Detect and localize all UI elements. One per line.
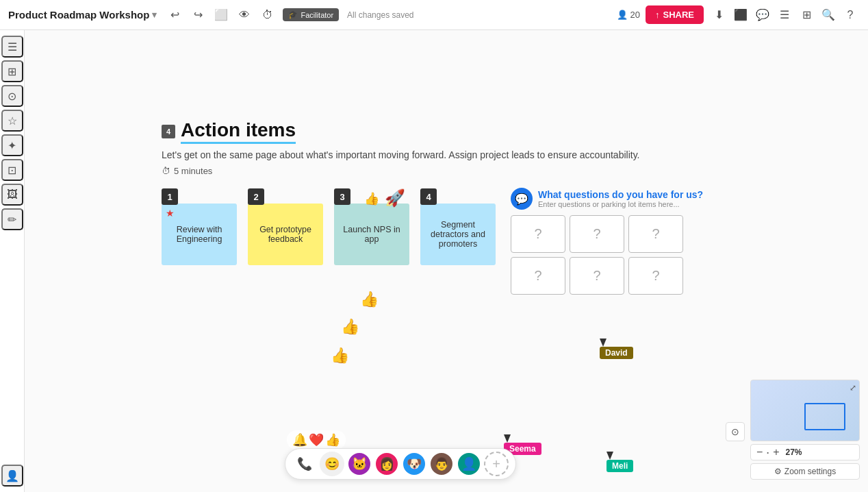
- sidebar-user-icon[interactable]: 👤: [1, 465, 23, 487]
- sidebar-grid-icon[interactable]: ⊡: [1, 159, 23, 181]
- comments-button[interactable]: 💬: [753, 5, 772, 25]
- search-button[interactable]: 🔍: [819, 5, 838, 25]
- zoom-controls: − • + 27%: [750, 444, 860, 460]
- minimap-expand-button[interactable]: ⤢: [850, 383, 856, 393]
- avatar-2[interactable]: 👩: [374, 452, 399, 476]
- card-2[interactable]: Get prototype feedback: [248, 204, 323, 265]
- sidebar-image-icon[interactable]: 🖼: [1, 184, 23, 206]
- qa-header: 💬 What questions do you have for us? Ent…: [511, 188, 703, 210]
- gear-icon: ⚙: [774, 467, 782, 476]
- card-num-4: 4: [420, 188, 437, 205]
- zoom-in-button[interactable]: +: [771, 447, 780, 458]
- avatar-1[interactable]: 🐱: [347, 452, 372, 476]
- section-header: 4 Action items: [162, 119, 639, 144]
- qa-subtitle: Enter questions or parking lot items her…: [538, 200, 703, 208]
- rocket-icon: 🚀: [385, 188, 405, 208]
- qa-title: What questions do you have for us?: [538, 189, 703, 200]
- share-icon: ↑: [655, 10, 660, 20]
- topbar-tools: ↩ ↪ ⬜ 👁 ⏱: [165, 5, 277, 25]
- sidebar-templates-icon[interactable]: ✦: [1, 134, 23, 156]
- section-description: Let's get on the same page about what's …: [162, 149, 639, 160]
- avatar-3[interactable]: 🐶: [402, 452, 426, 476]
- timer-value: 5 minutes: [174, 166, 212, 176]
- facilitator-icon: 🎓: [288, 10, 298, 19]
- frame-button[interactable]: ⬜: [212, 5, 231, 25]
- minimap-viewport: [804, 403, 845, 430]
- reset-view-button[interactable]: ⊙: [726, 422, 745, 441]
- thumbsup-reaction[interactable]: 👍: [325, 432, 340, 447]
- bottom-toolbar: 📞 😊 🐱 👩 🐶 👨 👤 +: [285, 448, 516, 480]
- share-button[interactable]: ↑ SHARE: [646, 5, 704, 24]
- cursor-label-meli: Meli: [607, 460, 633, 472]
- zoom-settings-button[interactable]: ⚙ Zoom settings: [750, 463, 860, 480]
- thumbsup-float-3: 👍: [331, 347, 349, 365]
- thumbsup-on-card: 👍: [364, 191, 379, 206]
- grid-button[interactable]: ⊞: [797, 5, 816, 25]
- facilitator-label: Facilitator: [301, 11, 333, 19]
- document-title[interactable]: Product Roadmap Workshop ▾: [8, 9, 157, 21]
- timer-icon: ⏱: [162, 166, 170, 176]
- bell-reaction[interactable]: 🔔: [292, 432, 307, 447]
- zoom-level-label: 27%: [784, 447, 804, 457]
- download-button[interactable]: ⬇: [709, 5, 728, 25]
- avatar-5[interactable]: 👤: [457, 452, 481, 476]
- card-star-icon: ★: [166, 208, 175, 219]
- timer-row: ⏱ 5 minutes: [162, 166, 639, 176]
- topbar: Product Roadmap Workshop ▾ ↩ ↪ ⬜ 👁 ⏱ 🎓 F…: [0, 0, 868, 30]
- redo-button[interactable]: ↪: [188, 5, 207, 25]
- qa-cell-4[interactable]: ?: [511, 257, 565, 295]
- card-num-1: 1: [162, 188, 178, 205]
- heart-reaction[interactable]: ❤️: [309, 432, 324, 447]
- card-col-2: 2 Get prototype feedback: [248, 188, 323, 265]
- avatar-1-icon: 🐱: [352, 456, 367, 471]
- card-num-3: 3: [334, 188, 350, 205]
- zoom-out-button[interactable]: −: [755, 447, 764, 458]
- cursor-david: David: [600, 339, 607, 347]
- card-3[interactable]: 👍 🚀 Launch NPS in app: [334, 204, 409, 265]
- title-dropdown-chevron[interactable]: ▾: [152, 10, 157, 20]
- cursor-seema: Seema: [504, 434, 511, 443]
- avatar-4-icon: 👨: [434, 456, 449, 471]
- clock-button[interactable]: ⏱: [258, 5, 277, 25]
- card-3-text: Launch NPS in app: [340, 225, 404, 244]
- timer-button[interactable]: 👁: [235, 5, 254, 25]
- save-status: All changes saved: [347, 10, 413, 20]
- sidebar-menu-icon[interactable]: ☰: [1, 36, 23, 58]
- avatar-2-icon: 👩: [379, 456, 394, 471]
- card-col-4: 4 Segment detractors and promoters: [420, 188, 496, 265]
- qa-cell-6[interactable]: ?: [628, 257, 683, 295]
- facilitator-badge[interactable]: 🎓 Facilitator: [283, 8, 339, 21]
- emoji-tool[interactable]: 😊: [320, 452, 344, 476]
- phone-tool[interactable]: 📞: [292, 452, 317, 476]
- card-1-text: Review with Engineering: [167, 225, 231, 244]
- card-4[interactable]: Segment detractors and promoters: [420, 204, 496, 265]
- list-button[interactable]: ☰: [775, 5, 794, 25]
- qa-cell-3[interactable]: ?: [628, 215, 683, 253]
- participants-number: 20: [630, 10, 640, 20]
- participants-icon: 👤: [617, 10, 628, 20]
- sidebar-favorites-icon[interactable]: ☆: [1, 110, 23, 132]
- section-title-text: Action items: [181, 119, 296, 144]
- section-number-badge: 4: [162, 125, 175, 138]
- sidebar-shapes-icon[interactable]: ⊙: [1, 85, 23, 107]
- card-4-text: Segment detractors and promoters: [426, 220, 490, 249]
- sidebar-draw-icon[interactable]: ✏: [1, 208, 23, 230]
- section-title: Action items: [181, 119, 296, 144]
- main-canvas[interactable]: 4 Action items Let's get on the same pag…: [25, 30, 868, 492]
- add-participant-button[interactable]: +: [484, 452, 509, 476]
- card-1[interactable]: ★ Review with Engineering: [162, 204, 237, 265]
- card-col-3: 3 👍 🚀 Launch NPS in app: [334, 188, 409, 265]
- help-button[interactable]: ?: [841, 5, 860, 25]
- avatar-4[interactable]: 👨: [429, 452, 454, 476]
- title-text: Product Roadmap Workshop: [8, 9, 149, 21]
- sidebar-frames-icon[interactable]: ⊞: [1, 60, 23, 82]
- avatar-5-icon: 👤: [461, 456, 476, 471]
- present-button[interactable]: ⬛: [731, 5, 750, 25]
- qa-cell-5[interactable]: ?: [570, 257, 624, 295]
- undo-button[interactable]: ↩: [165, 5, 184, 25]
- topbar-right: 👤 20 ↑ SHARE ⬇ ⬛ 💬 ☰ ⊞ 🔍 ?: [617, 5, 860, 25]
- qa-cell-1[interactable]: ?: [511, 215, 565, 253]
- participants-count[interactable]: 👤 20: [617, 10, 640, 20]
- qa-cell-2[interactable]: ?: [570, 215, 624, 253]
- zoom-panel: ⊙ ⤢ − • + 27% ⚙ Zoom settings: [750, 380, 860, 480]
